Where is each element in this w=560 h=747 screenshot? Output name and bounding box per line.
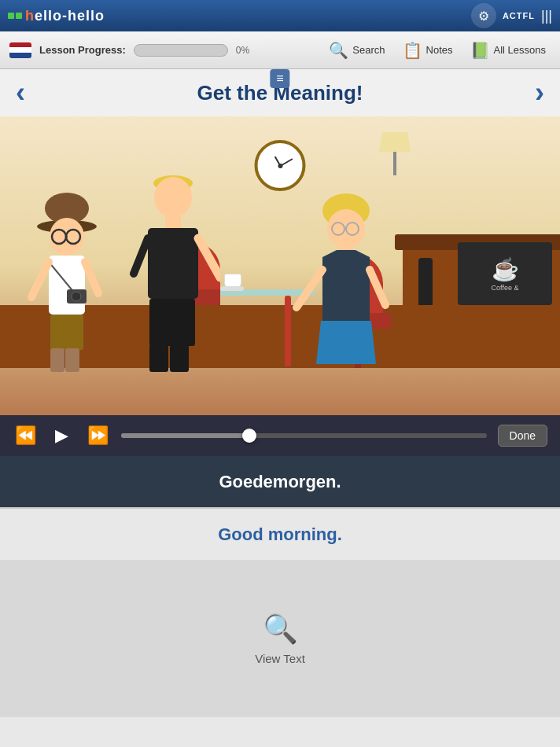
svg-line-23 <box>134 238 148 274</box>
progress-bar-container <box>134 44 228 57</box>
seek-handle[interactable] <box>242 429 256 443</box>
svg-rect-8 <box>50 348 64 372</box>
man-svg <box>126 160 220 372</box>
toolbar: Lesson Progress: 0% 🔍 Search 📋 Notes 📗 A… <box>0 31 560 69</box>
app-logo: hello-hello <box>8 8 105 24</box>
search-label: Search <box>352 44 385 56</box>
svg-point-12 <box>72 292 81 301</box>
wall-lamp <box>379 132 411 175</box>
hamburger-icon: ≡ <box>276 72 283 85</box>
all-lessons-icon: 📗 <box>470 41 490 60</box>
svg-rect-7 <box>50 315 83 350</box>
app-header: hello-hello ⚙ ACTFL ||| <box>0 0 560 31</box>
svg-rect-6 <box>49 256 85 315</box>
play-button[interactable]: ▶ <box>49 423 74 448</box>
progress-percentage: 0% <box>236 45 249 56</box>
wall-clock <box>255 140 306 191</box>
view-text-label: View Text <box>255 652 305 665</box>
clock-face <box>260 146 300 186</box>
svg-rect-18 <box>148 228 198 299</box>
flag-stripe-blue <box>9 53 31 58</box>
character-woman <box>293 191 403 372</box>
notes-label: Notes <box>426 44 453 56</box>
character-man <box>126 160 220 372</box>
svg-line-14 <box>85 262 98 293</box>
actfl-text: ACTFL <box>503 11 535 20</box>
tourist-svg <box>24 183 126 372</box>
saucer <box>220 286 244 291</box>
bottom-area: 🔍 View Text <box>0 560 560 717</box>
svg-point-16 <box>154 177 192 218</box>
logo-square-1 <box>8 13 14 19</box>
actfl-badge: ⚙ <box>471 3 496 28</box>
lamp-shade <box>379 132 411 152</box>
header-right: ⚙ ACTFL ||| <box>471 3 552 28</box>
table-leg-right <box>285 296 291 366</box>
svg-rect-19 <box>149 299 195 346</box>
done-button[interactable]: Done <box>498 425 547 447</box>
fast-forward-icon: ⏩ <box>87 425 109 446</box>
character-tourist <box>24 183 126 372</box>
subtitle-english-area: Good morning. <box>0 509 560 560</box>
subtitle-english-text: Good morning. <box>218 524 342 545</box>
scroll-indicator[interactable]: ≡ <box>270 69 289 88</box>
prev-button[interactable]: ‹ <box>16 79 25 107</box>
svg-line-22 <box>198 238 220 278</box>
video-controls: ⏪ ▶ ⏩ Done <box>0 415 560 456</box>
fast-forward-button[interactable]: ⏩ <box>85 423 110 448</box>
seek-bar[interactable] <box>121 433 487 438</box>
search-icon: 🔍 <box>329 41 348 60</box>
svg-rect-9 <box>65 348 79 372</box>
notes-icon: 📋 <box>403 41 422 60</box>
svg-rect-17 <box>165 216 181 228</box>
search-button[interactable]: 🔍 Search <box>324 38 389 63</box>
netherlands-flag <box>9 42 31 58</box>
coffee-cup-icon: ☕ <box>492 256 519 282</box>
view-text-icon: 🔍 <box>263 613 298 646</box>
rewind-icon: ⏪ <box>15 425 36 446</box>
logo-squares <box>8 13 22 19</box>
subtitle-dutch-area: Goedemorgen. <box>0 456 560 507</box>
menu-icon[interactable]: ||| <box>541 8 552 24</box>
all-lessons-button[interactable]: 📗 All Lessons <box>466 38 551 63</box>
svg-line-31 <box>370 270 385 305</box>
video-area: ☕ Coffee & <box>0 116 560 415</box>
actfl-icon: ⚙ <box>478 9 489 24</box>
logo-text: hello-hello <box>25 8 105 24</box>
all-lessons-label: All Lessons <box>494 44 546 56</box>
logo-square-2 <box>16 13 22 19</box>
svg-rect-20 <box>149 344 168 372</box>
coffee-sign: ☕ Coffee & <box>458 242 552 305</box>
notes-button[interactable]: 📋 Notes <box>398 38 458 63</box>
seek-bar-fill <box>121 433 249 438</box>
flag-stripe-white <box>9 47 31 53</box>
coffee-text: Coffee & <box>492 284 519 292</box>
svg-rect-21 <box>170 344 189 372</box>
rewind-button[interactable]: ⏪ <box>13 423 38 448</box>
lesson-progress-label: Lesson Progress: <box>39 44 126 56</box>
svg-line-13 <box>31 262 49 297</box>
woman-svg <box>293 191 403 372</box>
view-text-button[interactable]: 🔍 View Text <box>255 613 305 665</box>
clock-center <box>278 164 282 168</box>
next-button[interactable]: › <box>535 79 544 107</box>
svg-line-30 <box>297 270 322 307</box>
subtitle-dutch-text: Goedemorgen. <box>219 472 341 492</box>
play-icon: ▶ <box>55 425 68 446</box>
flag-stripe-red <box>9 42 31 48</box>
lamp-body <box>393 152 396 175</box>
